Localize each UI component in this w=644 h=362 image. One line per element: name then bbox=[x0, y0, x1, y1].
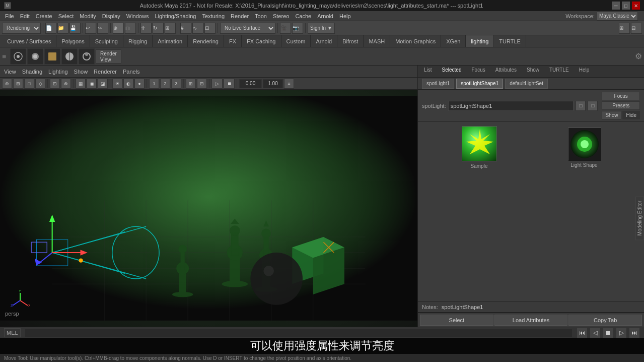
vp-menu-panels[interactable]: Panels bbox=[123, 69, 140, 75]
close-button[interactable]: ✕ bbox=[632, 2, 640, 10]
menu-select[interactable]: Select bbox=[55, 11, 77, 21]
light-shape-box[interactable] bbox=[568, 128, 601, 160]
tab-turtle[interactable]: TURTLE bbox=[494, 35, 526, 47]
menu-lighting-shading[interactable]: Lighting/Shading bbox=[152, 11, 199, 21]
new-scene-btn[interactable]: 📄 bbox=[45, 23, 56, 34]
attr-menu-turtle[interactable]: TURTLE bbox=[545, 67, 573, 76]
shelf-icon-3[interactable] bbox=[44, 48, 60, 65]
vp-select-component-btn[interactable]: ◇ bbox=[35, 79, 45, 89]
camera-btn[interactable]: 📷 bbox=[292, 23, 303, 34]
tab-polygons[interactable]: Polygons bbox=[56, 35, 90, 47]
minimize-button[interactable]: ─ bbox=[612, 2, 620, 10]
vp-menu-view[interactable]: View bbox=[4, 69, 16, 75]
prev-frame-btn[interactable]: ⏮ bbox=[577, 327, 588, 338]
spotlight1-tab[interactable]: spotLight1 bbox=[422, 79, 454, 89]
load-attributes-button[interactable]: Load Attributes bbox=[494, 315, 568, 326]
live-surface-select[interactable]: No Live Surface bbox=[220, 23, 275, 34]
default-light-set-tab[interactable]: defaultLightSet bbox=[505, 79, 548, 89]
tab-xgen[interactable]: XGen bbox=[441, 35, 466, 47]
menu-file[interactable]: File bbox=[2, 11, 17, 21]
frame-input[interactable] bbox=[239, 79, 262, 88]
tab-bifrost[interactable]: Bifrost bbox=[337, 35, 364, 47]
open-btn[interactable]: 📁 bbox=[57, 23, 68, 34]
vp-camera-btn[interactable]: ⊡ bbox=[50, 79, 60, 89]
copy-tab-button[interactable]: Copy Tab bbox=[568, 315, 642, 326]
menu-create[interactable]: Create bbox=[33, 11, 55, 21]
redo-btn[interactable]: ↪ bbox=[97, 23, 108, 34]
tab-fx-caching[interactable]: FX Caching bbox=[242, 35, 281, 47]
tab-arnold[interactable]: Arnold bbox=[311, 35, 337, 47]
snap-curve-btn[interactable]: ∿ bbox=[192, 23, 203, 34]
tab-rendering[interactable]: Rendering bbox=[188, 35, 224, 47]
lasso-btn[interactable]: ◻ bbox=[125, 23, 136, 34]
vp-wireframe-btn[interactable]: ▦ bbox=[76, 79, 86, 89]
save-btn[interactable]: 💾 bbox=[69, 23, 81, 34]
vp-smooth-btn[interactable]: ◼ bbox=[87, 79, 97, 89]
attr-menu-show[interactable]: Show bbox=[523, 67, 543, 76]
select-tool-btn[interactable]: ⊕ bbox=[113, 23, 124, 34]
menu-edit[interactable]: Edit bbox=[17, 11, 33, 21]
play-fwd-btn[interactable]: ▷ bbox=[616, 327, 627, 338]
tab-fx[interactable]: FX bbox=[224, 35, 242, 47]
vp-lighting-btn[interactable]: ☀ bbox=[112, 79, 122, 89]
tab-sculpting[interactable]: Sculpting bbox=[90, 35, 123, 47]
vp-play-btn[interactable]: ▷ bbox=[211, 79, 223, 89]
menu-windows[interactable]: Windows bbox=[123, 11, 152, 21]
attr-menu-focus[interactable]: Focus bbox=[467, 67, 489, 76]
spotlight-shape-tab[interactable]: spotLightShape1 bbox=[456, 79, 503, 89]
mode-select[interactable]: Rendering bbox=[2, 23, 41, 34]
menu-stereo[interactable]: Stereo bbox=[270, 11, 292, 21]
tab-custom[interactable]: Custom bbox=[281, 35, 311, 47]
move-btn[interactable]: ✛ bbox=[140, 23, 152, 34]
viewport-canvas[interactable]: persp Y X Z bbox=[0, 90, 417, 327]
vp-shadow-btn[interactable]: ◐ bbox=[123, 79, 133, 89]
select-button[interactable]: Select bbox=[420, 315, 493, 326]
zoom-input[interactable] bbox=[263, 79, 283, 88]
show-button[interactable]: Show bbox=[602, 111, 621, 119]
play-back-btn[interactable]: ◁ bbox=[590, 327, 601, 338]
menu-texturing[interactable]: Texturing bbox=[199, 11, 228, 21]
tab-lighting[interactable]: lighting bbox=[466, 35, 494, 47]
snap-point-btn[interactable]: ⊡ bbox=[204, 23, 216, 34]
scale-btn[interactable]: ⊞ bbox=[165, 23, 176, 34]
attr-menu-list[interactable]: List bbox=[420, 67, 436, 76]
vp-texture-btn[interactable]: ◪ bbox=[98, 79, 108, 89]
layout2-btn[interactable]: ⊟ bbox=[631, 23, 642, 34]
menu-render[interactable]: Render bbox=[228, 11, 252, 21]
rotate-btn[interactable]: ↻ bbox=[153, 23, 164, 34]
stop-btn[interactable]: ⏹ bbox=[603, 327, 614, 338]
attr-box-btn1[interactable]: □ bbox=[576, 101, 586, 111]
vp-menu-shading[interactable]: Shading bbox=[22, 69, 42, 75]
tab-motion-graphics[interactable]: Motion Graphics bbox=[390, 35, 441, 47]
render-view-btn[interactable]: Render View bbox=[96, 49, 121, 64]
shelf-icon-1[interactable] bbox=[10, 48, 26, 65]
spotlight-name-input[interactable] bbox=[448, 101, 574, 111]
shelf-icon-5[interactable] bbox=[79, 48, 95, 65]
vp-res3-btn[interactable]: 3 bbox=[171, 79, 181, 89]
vp-snap-btn[interactable]: ⊗ bbox=[61, 79, 71, 89]
snap-grid-btn[interactable]: # bbox=[180, 23, 191, 34]
menu-modify[interactable]: Modify bbox=[77, 11, 99, 21]
shelf-icon-2[interactable] bbox=[27, 48, 43, 65]
mel-label[interactable]: MEL bbox=[4, 328, 21, 337]
vp-menu-lighting[interactable]: Lighting bbox=[48, 69, 68, 75]
workspace-select[interactable]: Maya Classic bbox=[597, 12, 638, 21]
next-frame-btn[interactable]: ⏭ bbox=[629, 327, 640, 338]
menu-display[interactable]: Display bbox=[99, 11, 123, 21]
shelf-settings-icon[interactable]: ≡ bbox=[2, 47, 9, 65]
vp-hud-btn[interactable]: ⊟ bbox=[197, 79, 207, 89]
tab-mash[interactable]: MASH bbox=[364, 35, 390, 47]
vp-menu-show[interactable]: Show bbox=[74, 69, 88, 75]
attr-menu-help[interactable]: Help bbox=[575, 67, 594, 76]
maximize-button[interactable]: □ bbox=[622, 2, 630, 10]
menu-toon[interactable]: Toon bbox=[252, 11, 270, 21]
hide-button[interactable]: Hide bbox=[622, 111, 640, 119]
vp-menu-renderer[interactable]: Renderer bbox=[94, 69, 117, 75]
vp-ao-btn[interactable]: ● bbox=[134, 79, 145, 89]
attr-menu-selected[interactable]: Selected bbox=[438, 67, 466, 76]
vp-record-btn[interactable]: ⏹ bbox=[224, 79, 235, 89]
render-btn[interactable]: 🎥 bbox=[280, 23, 291, 34]
vp-res2-btn[interactable]: 2 bbox=[160, 79, 170, 89]
menu-help[interactable]: Help bbox=[336, 11, 354, 21]
modeling-editor-tab[interactable]: Modeling Editor bbox=[635, 196, 644, 240]
